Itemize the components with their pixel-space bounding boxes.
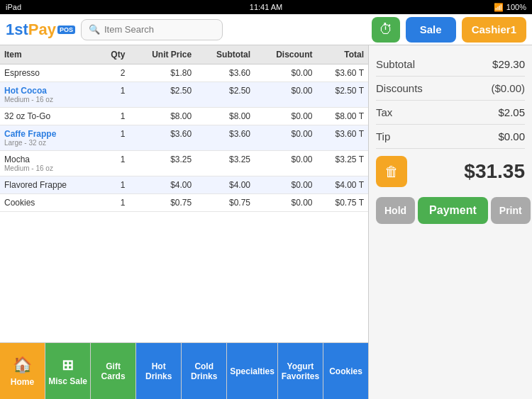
category-cold-drinks[interactable]: Cold Drinks (182, 343, 227, 399)
table-header: Item Qty Unit Price Subtotal Discount To… (0, 45, 368, 64)
category-misc-sale[interactable]: ⊞ Misc Sale (45, 343, 91, 399)
table-row[interactable]: 32 oz To-Go 1 $8.00 $8.00 $0.00 $8.00 T (0, 108, 368, 125)
print-button[interactable]: Print (491, 197, 531, 224)
tip-value: $0.00 (498, 130, 525, 142)
misc-label: Misc Sale (48, 376, 87, 386)
cell-discount: $0.00 (255, 64, 316, 82)
category-gift-cards[interactable]: Gift Cards (91, 343, 136, 399)
cell-unit-price: $3.25 (129, 151, 196, 176)
cell-subtotal: $4.00 (196, 176, 255, 194)
gift-cards-label: Gift Cards (94, 361, 133, 381)
table-row[interactable]: Flavored Frappe 1 $4.00 $4.00 $0.00 $4.0… (0, 176, 368, 194)
hold-button[interactable]: Hold (376, 197, 415, 224)
cell-total: $3.60 T (317, 125, 369, 151)
logo: 1stPayPOS (6, 21, 75, 39)
cell-unit-price: $1.80 (129, 64, 196, 82)
item-sub: Medium - 16 oz (4, 164, 94, 172)
top-bar: 1stPayPOS 🔍 ⏱ Sale Cashier1 (0, 14, 532, 45)
cookies-label: Cookies (329, 366, 362, 376)
misc-icon: ⊞ (62, 356, 74, 373)
tax-value: $2.05 (498, 106, 525, 118)
cell-item: 32 oz To-Go (0, 108, 98, 125)
logo-pay: Pay (28, 21, 56, 39)
discounts-label: Discounts (376, 82, 423, 94)
status-left: iPad (6, 3, 21, 11)
cell-unit-price: $4.00 (129, 176, 196, 194)
wifi-icon: 📶 (494, 3, 504, 12)
cell-total: $2.50 T (317, 82, 369, 108)
discounts-row: Discounts ($0.00) (376, 77, 525, 101)
item-name: 32 oz To-Go (4, 111, 94, 121)
item-name: Mocha (4, 154, 94, 164)
table-row[interactable]: Hot Cocoa Medium - 16 oz 1 $2.50 $2.50 $… (0, 82, 368, 108)
col-item: Item (0, 45, 98, 64)
table-row[interactable]: Espresso 2 $1.80 $3.60 $0.00 $3.60 T (0, 64, 368, 82)
order-table: Item Qty Unit Price Subtotal Discount To… (0, 45, 368, 342)
cell-item: Caffe Frappe Large - 32 oz (0, 125, 98, 151)
cell-item: Mocha Medium - 16 oz (0, 151, 98, 176)
category-specialties[interactable]: Specialties (227, 343, 278, 399)
category-hot-drinks[interactable]: Hot Drinks (136, 343, 182, 399)
yogurt-favorites-label: Yogurt Favorites (281, 361, 320, 381)
cell-qty: 2 (98, 64, 129, 82)
left-panel: Item Qty Unit Price Subtotal Discount To… (0, 45, 369, 399)
home-label: Home (11, 377, 34, 387)
col-discount: Discount (255, 45, 316, 64)
cell-qty: 1 (98, 151, 129, 176)
battery-text: 100% (506, 3, 526, 11)
cell-subtotal: $2.50 (196, 82, 255, 108)
status-time: 11:41 AM (250, 3, 282, 11)
col-qty: Qty (98, 45, 129, 64)
col-subtotal: Subtotal (196, 45, 255, 64)
item-name: Hot Cocoa (4, 86, 94, 96)
cell-unit-price: $2.50 (129, 82, 196, 108)
cell-subtotal: $8.00 (196, 108, 255, 125)
table-row[interactable]: Mocha Medium - 16 oz 1 $3.25 $3.25 $0.00… (0, 151, 368, 176)
cell-discount: $0.00 (255, 194, 316, 212)
tip-row: Tip $0.00 (376, 125, 525, 149)
delete-button[interactable]: 🗑 (376, 156, 407, 187)
item-name: Caffe Frappe (4, 129, 94, 139)
table-row[interactable]: Caffe Frappe Large - 32 oz 1 $3.60 $3.60… (0, 125, 368, 151)
items-table: Item Qty Unit Price Subtotal Discount To… (0, 45, 368, 212)
search-input[interactable] (104, 24, 215, 35)
cell-discount: $0.00 (255, 82, 316, 108)
cell-item: Espresso (0, 64, 98, 82)
cell-qty: 1 (98, 82, 129, 108)
sale-button[interactable]: Sale (406, 17, 456, 43)
action-buttons: Hold Payment Print (376, 197, 525, 224)
subtotal-value: $29.30 (492, 58, 525, 70)
category-home[interactable]: 🏠 Home (0, 343, 45, 399)
clock-icon: ⏱ (379, 21, 393, 38)
cell-subtotal: $3.60 (196, 125, 255, 151)
search-icon: 🔍 (89, 24, 100, 35)
cold-drinks-label: Cold Drinks (184, 361, 223, 381)
cell-total: $3.25 T (317, 151, 369, 176)
hot-drinks-label: Hot Drinks (139, 361, 178, 381)
cell-unit-price: $3.60 (129, 125, 196, 151)
cell-discount: $0.00 (255, 125, 316, 151)
cell-total: $8.00 T (317, 108, 369, 125)
cashier-button[interactable]: Cashier1 (462, 17, 526, 43)
category-cookies[interactable]: Cookies (323, 343, 368, 399)
trash-icon: 🗑 (384, 164, 399, 180)
cell-item: Flavored Frappe (0, 176, 98, 194)
subtotal-label: Subtotal (376, 58, 415, 70)
cell-item: Cookies (0, 194, 98, 212)
cell-subtotal: $3.25 (196, 151, 255, 176)
cell-qty: 1 (98, 176, 129, 194)
cell-total: $0.75 T (317, 194, 369, 212)
delete-area: 🗑 $31.35 (376, 149, 525, 194)
tip-label: Tip (376, 130, 390, 142)
payment-button[interactable]: Payment (418, 197, 488, 224)
cell-qty: 1 (98, 108, 129, 125)
category-yogurt-favorites[interactable]: Yogurt Favorites (278, 343, 323, 399)
cell-qty: 1 (98, 125, 129, 151)
table-row[interactable]: Cookies 1 $0.75 $0.75 $0.00 $0.75 T (0, 194, 368, 212)
timer-button[interactable]: ⏱ (372, 17, 400, 43)
search-box[interactable]: 🔍 (81, 19, 223, 40)
status-bar: iPad 11:41 AM 📶 100% (0, 0, 532, 14)
item-sub: Medium - 16 oz (4, 96, 94, 103)
specialties-label: Specialties (230, 366, 275, 376)
cell-discount: $0.00 (255, 108, 316, 125)
